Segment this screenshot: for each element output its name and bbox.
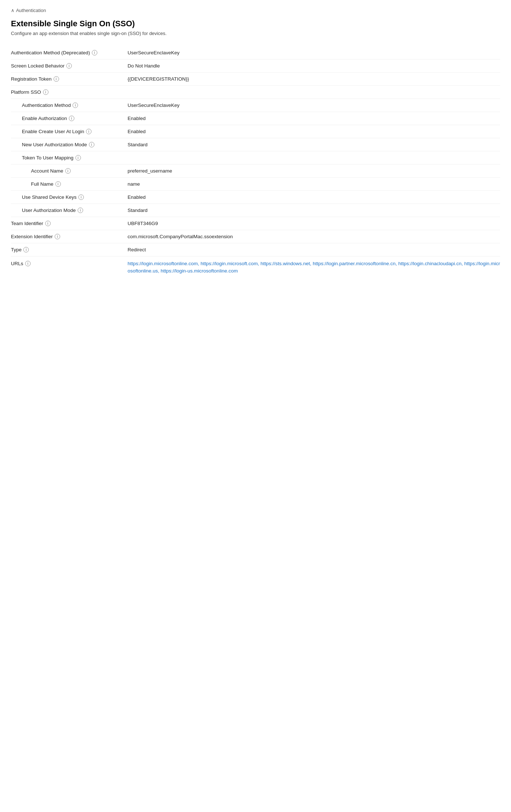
- field-row-auth-method: Authentication MethodiUserSecureEnclaveK…: [11, 99, 500, 112]
- field-value-type: Redirect: [128, 247, 500, 252]
- field-row-enable-authorization: Enable AuthorizationiEnabled: [11, 112, 500, 125]
- info-icon-type[interactable]: i: [23, 247, 29, 252]
- breadcrumb: ∧ Authentication: [11, 7, 500, 13]
- field-label-screen-locked-behavior: Screen Locked Behaviori: [11, 63, 128, 69]
- label-text-enable-authorization: Enable Authorization: [22, 116, 67, 121]
- label-text-enable-create-user: Enable Create User At Login: [22, 129, 84, 134]
- field-value-new-user-auth-mode: Standard: [128, 142, 500, 147]
- field-label-enable-authorization: Enable Authorizationi: [11, 116, 128, 121]
- info-icon-screen-locked-behavior[interactable]: i: [66, 63, 72, 69]
- field-row-account-name: Account Nameipreferred_username: [11, 165, 500, 178]
- label-text-token-to-user-mapping: Token To User Mapping: [22, 155, 74, 161]
- field-value-use-shared-device-keys: Enabled: [128, 194, 500, 200]
- field-row-enable-create-user: Enable Create User At LoginiEnabled: [11, 125, 500, 138]
- info-icon-auth-method-deprecated[interactable]: i: [92, 50, 97, 55]
- info-icon-full-name[interactable]: i: [55, 181, 61, 187]
- info-icon-registration-token[interactable]: i: [54, 76, 59, 82]
- field-row-auth-method-deprecated: Authentication Method (Deprecated)iUserS…: [11, 46, 500, 59]
- field-label-type: Typei: [11, 247, 128, 252]
- label-text-new-user-auth-mode: New User Authorization Mode: [22, 142, 87, 147]
- info-icon-use-shared-device-keys[interactable]: i: [78, 194, 84, 200]
- field-label-auth-method: Authentication Methodi: [11, 103, 128, 108]
- field-row-full-name: Full Nameiname: [11, 178, 500, 191]
- field-label-enable-create-user: Enable Create User At Logini: [11, 129, 128, 134]
- label-text-account-name: Account Name: [31, 168, 63, 174]
- field-row-new-user-auth-mode: New User Authorization ModeiStandard: [11, 138, 500, 151]
- field-label-full-name: Full Namei: [11, 181, 128, 187]
- info-icon-team-identifier[interactable]: i: [45, 221, 51, 226]
- field-value-registration-token: {{DEVICEREGISTRATION}}: [128, 76, 500, 82]
- breadcrumb-chevron: ∧: [11, 8, 15, 13]
- field-label-urls: URLsi: [11, 261, 128, 266]
- label-text-auth-method-deprecated: Authentication Method (Deprecated): [11, 50, 90, 55]
- label-text-team-identifier: Team Identifier: [11, 221, 43, 226]
- field-row-urls: URLsihttps://login.microsoftonline.com, …: [11, 256, 500, 279]
- field-value-team-identifier: UBF8T346G9: [128, 221, 500, 226]
- field-label-account-name: Account Namei: [11, 168, 128, 174]
- field-value-screen-locked-behavior: Do Not Handle: [128, 63, 500, 69]
- field-row-token-to-user-mapping: Token To User Mappingi: [11, 151, 500, 165]
- field-label-platform-sso: Platform SSOi: [11, 89, 128, 95]
- field-row-type: TypeiRedirect: [11, 243, 500, 256]
- field-value-enable-create-user: Enabled: [128, 129, 500, 134]
- label-text-registration-token: Registration Token: [11, 76, 52, 82]
- label-text-extension-identifier: Extension Identifier: [11, 234, 53, 239]
- label-text-type: Type: [11, 247, 22, 252]
- field-row-screen-locked-behavior: Screen Locked BehavioriDo Not Handle: [11, 59, 500, 73]
- label-text-use-shared-device-keys: Use Shared Device Keys: [22, 194, 77, 200]
- field-value-enable-authorization: Enabled: [128, 116, 500, 121]
- field-row-registration-token: Registration Tokeni{{DEVICEREGISTRATION}…: [11, 73, 500, 86]
- page-subtitle: Configure an app extension that enables …: [11, 31, 500, 36]
- field-row-extension-identifier: Extension Identifiericom.microsoft.Compa…: [11, 230, 500, 243]
- info-icon-enable-create-user[interactable]: i: [86, 129, 91, 134]
- field-value-user-auth-mode: Standard: [128, 208, 500, 213]
- field-value-extension-identifier: com.microsoft.CompanyPortalMac.ssoextens…: [128, 234, 500, 239]
- info-icon-platform-sso[interactable]: i: [43, 89, 48, 95]
- field-label-team-identifier: Team Identifieri: [11, 221, 128, 226]
- fields-container: Authentication Method (Deprecated)iUserS…: [11, 46, 500, 279]
- label-text-full-name: Full Name: [31, 181, 54, 187]
- info-icon-extension-identifier[interactable]: i: [55, 234, 60, 239]
- breadcrumb-label: Authentication: [16, 8, 46, 13]
- field-value-auth-method: UserSecureEnclaveKey: [128, 103, 500, 108]
- info-icon-urls[interactable]: i: [25, 261, 31, 266]
- label-text-user-auth-mode: User Authorization Mode: [22, 208, 76, 213]
- field-row-platform-sso: Platform SSOi: [11, 86, 500, 99]
- label-text-screen-locked-behavior: Screen Locked Behavior: [11, 63, 65, 69]
- label-text-urls: URLs: [11, 261, 23, 266]
- field-value-account-name: preferred_username: [128, 168, 500, 174]
- info-icon-user-auth-mode[interactable]: i: [78, 208, 83, 213]
- field-value-auth-method-deprecated: UserSecureEnclaveKey: [128, 50, 500, 55]
- label-text-platform-sso: Platform SSO: [11, 89, 41, 95]
- field-label-extension-identifier: Extension Identifieri: [11, 234, 128, 239]
- info-icon-account-name[interactable]: i: [65, 168, 71, 174]
- field-value-full-name: name: [128, 181, 500, 187]
- field-row-user-auth-mode: User Authorization ModeiStandard: [11, 204, 500, 217]
- info-icon-token-to-user-mapping[interactable]: i: [75, 155, 81, 161]
- field-label-token-to-user-mapping: Token To User Mappingi: [11, 155, 128, 161]
- label-text-auth-method: Authentication Method: [22, 103, 71, 108]
- info-icon-new-user-auth-mode[interactable]: i: [89, 142, 94, 147]
- field-row-use-shared-device-keys: Use Shared Device KeysiEnabled: [11, 191, 500, 204]
- field-value-urls: https://login.microsoftonline.com, https…: [128, 260, 500, 275]
- field-label-registration-token: Registration Tokeni: [11, 76, 128, 82]
- field-label-auth-method-deprecated: Authentication Method (Deprecated)i: [11, 50, 128, 55]
- field-label-use-shared-device-keys: Use Shared Device Keysi: [11, 194, 128, 200]
- field-label-new-user-auth-mode: New User Authorization Modei: [11, 142, 128, 147]
- field-label-user-auth-mode: User Authorization Modei: [11, 208, 128, 213]
- page-title: Extensible Single Sign On (SSO): [11, 19, 500, 28]
- field-row-team-identifier: Team IdentifieriUBF8T346G9: [11, 217, 500, 230]
- info-icon-enable-authorization[interactable]: i: [69, 116, 74, 121]
- info-icon-auth-method[interactable]: i: [73, 103, 78, 108]
